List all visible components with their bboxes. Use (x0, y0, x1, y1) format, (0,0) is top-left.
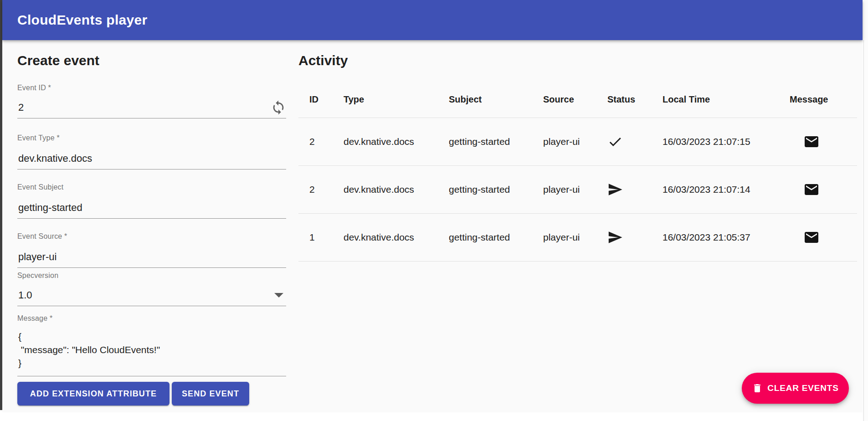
table-header-row: ID Type Subject Source Status Local Time… (298, 82, 857, 118)
table-row[interactable]: 2 dev.knative.docs getting-started playe… (298, 118, 857, 165)
cell-source: player-ui (543, 118, 607, 165)
app-title: CloudEvents player (17, 12, 147, 28)
cell-id: 2 (298, 118, 344, 165)
column-header-type: Type (344, 82, 449, 118)
cell-status (607, 165, 663, 213)
message-label: Message * (17, 314, 286, 323)
scrollbar-track-line (863, 40, 864, 421)
app-root: CloudEvents player Create event Event ID… (2, 0, 863, 412)
event-id-label: Event ID * (17, 84, 286, 92)
cell-local-time: 16/03/2023 21:07:14 (663, 165, 790, 213)
create-event-heading: Create event (17, 53, 99, 68)
event-source-field[interactable]: Event Source * player-ui (17, 232, 286, 268)
cell-type: dev.knative.docs (344, 165, 449, 213)
column-header-local-time: Local Time (663, 82, 790, 118)
mail-icon[interactable] (803, 229, 820, 246)
specversion-value[interactable]: 1.0 (18, 289, 32, 301)
send-event-button[interactable]: SEND EVENT (172, 382, 249, 406)
event-id-input[interactable]: 2 (18, 102, 24, 113)
mail-icon[interactable] (803, 133, 820, 150)
add-extension-attribute-button[interactable]: ADD EXTENSION ATTRIBUTE (17, 382, 169, 406)
cell-subject: getting-started (449, 118, 543, 165)
cell-id: 1 (298, 213, 344, 261)
table-row[interactable]: 2 dev.knative.docs getting-started playe… (298, 165, 857, 213)
sync-icon[interactable] (271, 100, 286, 115)
cell-type: dev.knative.docs (344, 213, 449, 261)
activity-heading: Activity (298, 53, 348, 68)
column-header-id: ID (298, 82, 344, 118)
cell-id: 2 (298, 165, 344, 213)
cell-subject: getting-started (449, 213, 543, 261)
clear-events-button[interactable]: CLEAR EVENTS (742, 373, 849, 404)
column-header-status: Status (607, 82, 663, 118)
clear-events-label: CLEAR EVENTS (767, 383, 838, 393)
event-type-input[interactable]: dev.knative.docs (18, 153, 92, 164)
message-textarea[interactable]: { "message": "Hello CloudEvents!" } (18, 330, 160, 370)
mail-icon[interactable] (803, 181, 820, 198)
event-id-field[interactable]: Event ID * 2 (17, 84, 286, 118)
column-header-message: Message (790, 82, 857, 118)
column-header-source: Source (543, 82, 607, 118)
cell-message[interactable] (790, 165, 857, 213)
cell-local-time: 16/03/2023 21:07:15 (663, 118, 790, 165)
cell-message[interactable] (790, 118, 857, 165)
event-source-input[interactable]: player-ui (18, 251, 56, 263)
table-row[interactable]: 1 dev.knative.docs getting-started playe… (298, 213, 857, 261)
cell-status (607, 118, 663, 165)
send-icon (607, 230, 623, 245)
event-subject-field[interactable]: Event Subject getting-started (17, 183, 286, 219)
cell-source: player-ui (543, 213, 607, 261)
cell-message[interactable] (790, 213, 857, 261)
window-left-edge (0, 0, 2, 410)
event-type-field[interactable]: Event Type * dev.knative.docs (17, 134, 286, 169)
message-field[interactable]: Message * { "message": "Hello CloudEvent… (17, 314, 286, 376)
cell-subject: getting-started (449, 165, 543, 213)
app-bar: CloudEvents player (2, 0, 863, 40)
cell-source: player-ui (543, 165, 607, 213)
send-icon (607, 182, 623, 197)
event-subject-input[interactable]: getting-started (18, 202, 82, 214)
event-source-label: Event Source * (17, 232, 286, 241)
cell-local-time: 16/03/2023 21:05:37 (663, 213, 790, 261)
event-type-label: Event Type * (17, 134, 286, 142)
dropdown-arrow-icon[interactable] (274, 293, 283, 298)
cell-type: dev.knative.docs (344, 118, 449, 165)
specversion-select[interactable]: Specversion 1.0 (17, 272, 286, 306)
trash-icon (752, 383, 763, 394)
activity-table: ID Type Subject Source Status Local Time… (298, 82, 857, 262)
cell-status (607, 213, 663, 261)
specversion-label: Specversion (17, 272, 286, 280)
check-icon (607, 134, 623, 149)
event-subject-label: Event Subject (17, 183, 286, 191)
column-header-subject: Subject (449, 82, 543, 118)
